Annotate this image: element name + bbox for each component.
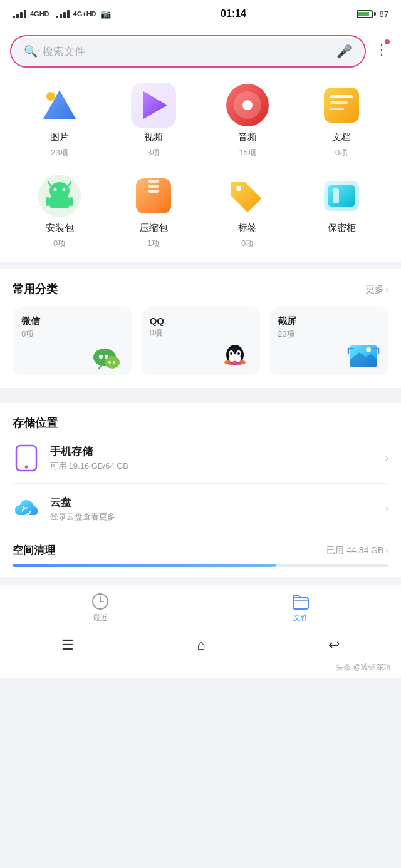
network-label-2: 4G+HD — [73, 10, 96, 18]
svg-point-2 — [46, 92, 55, 101]
tag-count: 0项 — [241, 238, 254, 249]
category-safe[interactable]: 保密柜 — [294, 173, 388, 249]
network-label-1: 4GHD — [30, 10, 49, 18]
svg-rect-21 — [70, 197, 73, 206]
svg-rect-23 — [148, 180, 159, 183]
svg-rect-19 — [49, 196, 70, 208]
phone-storage-info: 手机存储 可用 19.16 GB/64 GB — [50, 444, 375, 472]
category-images[interactable]: 图片 23项 — [13, 83, 107, 158]
cloud-icon — [13, 498, 40, 520]
storage-section-title: 存储位置 — [13, 416, 58, 431]
tag-icon — [225, 173, 270, 218]
files-nav-label: 文件 — [293, 613, 308, 623]
svg-point-52 — [25, 466, 28, 469]
category-video[interactable]: 视频 3项 — [107, 83, 200, 158]
mic-icon[interactable]: 🎤 — [336, 44, 352, 59]
svg-point-16 — [63, 188, 66, 191]
svg-rect-10 — [330, 95, 353, 98]
screenshot-icon — [347, 342, 380, 375]
category-grid: 图片 23项 视频 3项 — [0, 73, 401, 262]
svg-point-35 — [113, 361, 115, 364]
common-grid: 微信 0项 QQ 0项 — [13, 307, 388, 375]
category-audio[interactable]: ♪ 音频 15项 — [200, 83, 294, 158]
apk-count: 0项 — [53, 238, 66, 249]
svg-rect-29 — [333, 188, 339, 203]
common-card-screenshot[interactable]: 截屏 23项 — [269, 307, 388, 375]
audio-label: 音频 — [238, 131, 257, 143]
svg-rect-24 — [148, 185, 159, 188]
nav-item-files[interactable]: 文件 — [200, 593, 401, 623]
safe-icon — [319, 173, 364, 218]
cloud-storage-name: 云盘 — [50, 495, 375, 509]
nav-home-icon[interactable]: ⌂ — [197, 637, 205, 653]
zip-icon — [131, 173, 176, 218]
cleanup-chevron-icon: › — [385, 546, 388, 556]
recent-nav-icon — [91, 593, 109, 610]
audio-icon: ♪ — [225, 83, 270, 128]
cleanup-bar-bg — [13, 564, 388, 567]
safe-label: 保密柜 — [328, 222, 356, 234]
cleanup-used: 已用 44.84 GB › — [326, 545, 388, 556]
wechat-card-title: 微信 — [21, 315, 123, 327]
chevron-right-icon: › — [385, 284, 388, 294]
signal-icon-2 — [56, 10, 70, 18]
svg-point-42 — [237, 352, 240, 355]
common-more-button[interactable]: 更多 › — [365, 283, 388, 295]
svg-rect-28 — [328, 185, 355, 207]
svg-text:♪: ♪ — [244, 96, 251, 112]
category-apk[interactable]: 安装包 0项 — [13, 173, 107, 249]
signal-icon-1 — [13, 10, 26, 18]
svg-rect-25 — [148, 190, 159, 193]
video-count: 3项 — [147, 147, 160, 158]
search-icon: 🔍 — [24, 44, 38, 58]
phone-icon — [15, 444, 38, 472]
phone-storage-icon — [13, 444, 40, 472]
images-icon — [37, 83, 82, 128]
storage-item-cloud[interactable]: 云盘 登录云盘查看更多 › — [13, 484, 388, 534]
divider-2 — [0, 388, 401, 396]
screen-record-icon: 📷 — [100, 9, 111, 19]
common-card-qq[interactable]: QQ 0项 — [141, 307, 261, 375]
video-icon — [131, 83, 176, 128]
svg-point-33 — [105, 356, 120, 369]
nav-back-icon[interactable]: ↩ — [328, 637, 340, 653]
svg-rect-22 — [136, 178, 171, 213]
system-nav: ☰ ⌂ ↩ — [0, 628, 401, 660]
search-section: 🔍 搜索文件 🎤 ⋮ — [0, 28, 401, 73]
svg-rect-11 — [330, 101, 348, 104]
common-section: 常用分类 更多 › 微信 0项 QQ — [0, 269, 401, 388]
cloud-storage-icon — [13, 495, 40, 523]
images-count: 23项 — [51, 147, 68, 158]
footer-attribution: 头条 @玻钰深琦 — [0, 660, 401, 678]
zip-label: 压缩包 — [140, 222, 168, 234]
qq-card-count: 0项 — [150, 327, 252, 339]
docs-count: 0项 — [335, 147, 348, 158]
category-tag[interactable]: 标签 0项 — [200, 173, 294, 249]
category-zip[interactable]: 压缩包 1项 — [107, 173, 200, 249]
cleanup-title: 空间清理 — [13, 543, 55, 558]
more-menu-button[interactable]: ⋮ — [375, 42, 388, 58]
svg-point-15 — [54, 188, 57, 191]
storage-item-phone[interactable]: 手机存储 可用 19.16 GB/64 GB › — [13, 433, 388, 484]
status-left: 4GHD 4G+HD 📷 — [13, 9, 111, 19]
images-label: 图片 — [50, 131, 69, 143]
cloud-storage-detail: 登录云盘查看更多 — [50, 511, 375, 523]
nav-menu-icon[interactable]: ☰ — [61, 637, 74, 653]
svg-rect-56 — [293, 598, 308, 609]
search-placeholder: 搜索文件 — [43, 44, 336, 59]
audio-count: 15项 — [239, 147, 256, 158]
svg-point-41 — [230, 352, 232, 355]
apk-label: 安装包 — [46, 222, 74, 234]
bottom-nav: 最近 文件 — [0, 585, 401, 628]
nav-item-recent[interactable]: 最近 — [0, 593, 200, 623]
category-docs[interactable]: 文档 0项 — [294, 83, 388, 158]
status-bar: 4GHD 4G+HD 📷 01:14 87 — [0, 0, 401, 28]
zip-count: 1项 — [147, 238, 160, 249]
qq-icon — [219, 341, 251, 374]
qq-icon-wrap — [150, 341, 252, 374]
search-bar[interactable]: 🔍 搜索文件 🎤 — [13, 38, 363, 65]
wechat-icon — [91, 342, 123, 375]
files-nav-icon — [292, 593, 310, 610]
battery-icon — [357, 10, 376, 18]
common-card-wechat[interactable]: 微信 0项 — [13, 307, 132, 375]
